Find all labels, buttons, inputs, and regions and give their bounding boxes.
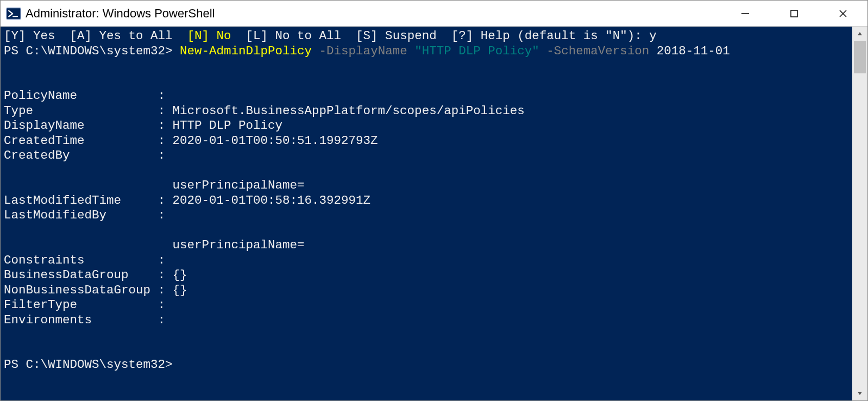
close-button[interactable]: [819, 1, 867, 26]
vertical-scrollbar[interactable]: [852, 27, 867, 400]
svg-marker-6: [858, 32, 862, 35]
title-bar[interactable]: Administrator: Windows PowerShell: [1, 1, 867, 27]
terminal-output[interactable]: [Y] Yes [A] Yes to All [N] No [L] No to …: [1, 27, 852, 400]
scroll-down-arrow[interactable]: [852, 386, 867, 400]
scroll-up-arrow[interactable]: [852, 27, 867, 41]
powershell-icon: [6, 6, 21, 21]
terminal-area: [Y] Yes [A] Yes to All [N] No [L] No to …: [1, 27, 867, 400]
svg-rect-3: [791, 10, 797, 17]
svg-marker-7: [858, 392, 862, 395]
svg-rect-0: [7, 8, 21, 19]
window-title: Administrator: Windows PowerShell: [26, 7, 215, 21]
window-controls: [721, 1, 867, 26]
minimize-button[interactable]: [721, 1, 770, 26]
scrollbar-track[interactable]: [852, 41, 867, 386]
scrollbar-thumb[interactable]: [854, 41, 866, 73]
maximize-button[interactable]: [770, 1, 819, 26]
